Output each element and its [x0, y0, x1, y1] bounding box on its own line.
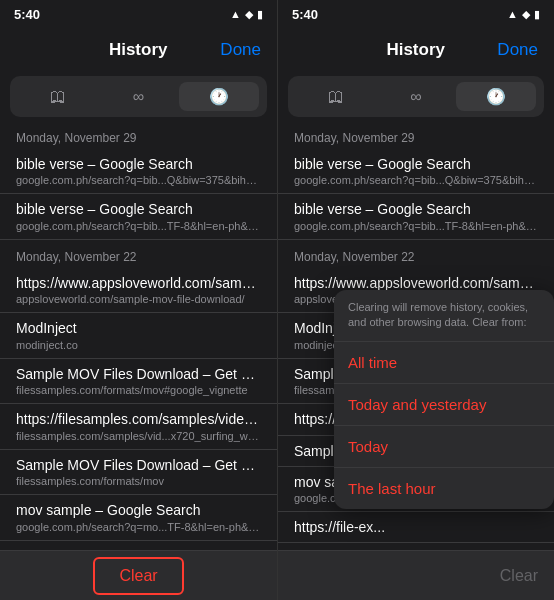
section-header-nov22-right: Monday, November 22 [278, 240, 554, 268]
popup-item-today-yesterday[interactable]: Today and yesterday [334, 383, 554, 425]
bookmarks-icon-right: 🕮 [328, 88, 344, 106]
item-title: https://www.appsloveworld.com/sample-m..… [16, 274, 261, 292]
item-title: https://filesamples.com/samples/video/mo… [16, 410, 261, 428]
item-url: google.com.ph/search?q=bib...Q&biw=375&b… [294, 173, 538, 187]
list-item[interactable]: bible verse – Google Search google.com.p… [278, 149, 554, 194]
item-title: Sample MOV Files Download – Get Exampl..… [16, 456, 261, 474]
popup-item-alltime[interactable]: All time [334, 341, 554, 383]
popup-item-today[interactable]: Today [334, 425, 554, 467]
status-icons-right: ▲ ◆ ▮ [507, 8, 540, 21]
nav-bar-right: History Done [278, 28, 554, 72]
tab-bar-right: 🕮 ∞ 🕐 [288, 76, 544, 117]
list-item[interactable]: https://filesamples.com/samples/video/mo… [0, 404, 277, 449]
tab-reading-right[interactable]: ∞ [376, 83, 456, 111]
tab-reading-left[interactable]: ∞ [98, 83, 178, 111]
nav-bar-left: History Done [0, 28, 277, 72]
item-title: bible verse – Google Search [294, 155, 538, 173]
done-button-right[interactable]: Done [497, 40, 538, 60]
clear-bar-right: Clear [278, 550, 554, 600]
list-item[interactable]: ModInject modinject.co [0, 313, 277, 358]
section-header-nov29-left: Monday, November 29 [0, 121, 277, 149]
clear-button-right: Clear [500, 567, 538, 585]
signal-icon: ▲ [230, 8, 241, 20]
status-bar-right: 5:40 ▲ ◆ ▮ [278, 0, 554, 28]
history-icon-right: 🕐 [486, 87, 506, 106]
history-list-left: Monday, November 29 bible verse – Google… [0, 121, 277, 600]
status-time-right: 5:40 [292, 7, 318, 22]
list-item[interactable]: https://file-ex... [278, 512, 554, 543]
done-button-left[interactable]: Done [220, 40, 261, 60]
reading-icon-right: ∞ [410, 88, 421, 106]
wifi-icon: ◆ [245, 8, 253, 21]
item-url: filessamples.com/samples/vid...x720_surf… [16, 429, 261, 443]
clear-time-popup: Clearing will remove history, cookies, a… [334, 290, 554, 509]
right-panel: 5:40 ▲ ◆ ▮ History Done 🕮 ∞ 🕐 Monday, No… [277, 0, 554, 600]
item-url: google.com.ph/search?q=mo...TF-8&hl=en-p… [16, 520, 261, 534]
popup-header-text: Clearing will remove history, cookies, a… [334, 290, 554, 341]
item-title: bible verse – Google Search [16, 155, 261, 173]
battery-icon-right: ▮ [534, 8, 540, 21]
tab-bookmarks-left[interactable]: 🕮 [18, 83, 98, 111]
list-item[interactable]: bible verse – Google Search google.com.p… [278, 194, 554, 239]
tab-bar-left: 🕮 ∞ 🕐 [10, 76, 267, 117]
item-url: google.com.ph/search?q=bib...TF-8&hl=en-… [16, 219, 261, 233]
tab-history-left[interactable]: 🕐 [179, 82, 259, 111]
bookmarks-icon-left: 🕮 [50, 88, 66, 106]
status-bar-left: 5:40 ▲ ◆ ▮ [0, 0, 277, 28]
nav-title-left: History [109, 40, 168, 60]
item-title: ModInject [16, 319, 261, 337]
list-item[interactable]: bible verse – Google Search google.com.p… [0, 149, 277, 194]
clear-bar-left: Clear [0, 550, 277, 600]
item-url: google.com.ph/search?q=bib...Q&biw=375&b… [16, 173, 261, 187]
tab-bookmarks-right[interactable]: 🕮 [296, 83, 376, 111]
list-item[interactable]: https://www.appsloveworld.com/sample-m..… [0, 268, 277, 313]
nav-title-right: History [386, 40, 445, 60]
clear-button-left[interactable]: Clear [93, 557, 183, 595]
list-item[interactable]: Sample MOV Files Download – Get Exampl..… [0, 359, 277, 404]
item-title: bible verse – Google Search [16, 200, 261, 218]
reading-icon-left: ∞ [133, 88, 144, 106]
list-item[interactable]: mov sample – Google Search google.com.ph… [0, 495, 277, 540]
tab-history-right[interactable]: 🕐 [456, 82, 536, 111]
history-icon-left: 🕐 [209, 87, 229, 106]
section-header-nov22-left: Monday, November 22 [0, 240, 277, 268]
item-title: bible verse – Google Search [294, 200, 538, 218]
section-header-nov29-right: Monday, November 29 [278, 121, 554, 149]
item-url: modinject.co [16, 338, 261, 352]
wifi-icon-right: ◆ [522, 8, 530, 21]
item-url: filessamples.com/formats/mov [16, 474, 261, 488]
item-url: google.com.ph/search?q=bib...TF-8&hl=en-… [294, 219, 538, 233]
status-time-left: 5:40 [14, 7, 40, 22]
item-url: filessamples.com/formats/mov#google_vign… [16, 383, 261, 397]
battery-icon: ▮ [257, 8, 263, 21]
popup-item-last-hour[interactable]: The last hour [334, 467, 554, 509]
list-item[interactable]: bible verse – Google Search google.com.p… [0, 194, 277, 239]
list-item[interactable]: Sample MOV Files Download – Get Exampl..… [0, 450, 277, 495]
item-title: mov sample – Google Search [16, 501, 261, 519]
item-title: Sample MOV Files Download – Get Exampl..… [16, 365, 261, 383]
status-icons-left: ▲ ◆ ▮ [230, 8, 263, 21]
left-panel: 5:40 ▲ ◆ ▮ History Done 🕮 ∞ 🕐 Monday, No… [0, 0, 277, 600]
signal-icon-right: ▲ [507, 8, 518, 20]
item-url: appsloveworld.com/sample-mov-file-downlo… [16, 292, 261, 306]
item-title: https://file-ex... [294, 518, 538, 536]
